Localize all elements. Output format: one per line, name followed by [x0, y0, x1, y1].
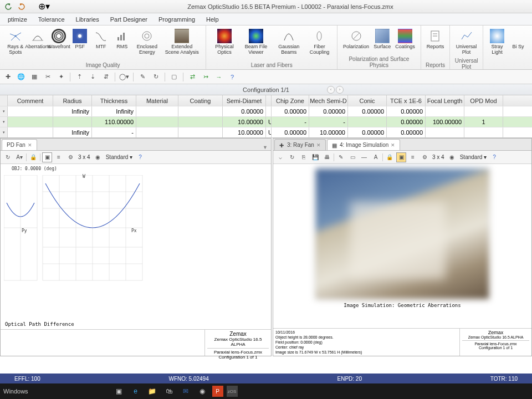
- settings-icon[interactable]: ⚙: [420, 152, 429, 162]
- close-icon[interactable]: ✕: [316, 142, 321, 148]
- os-label[interactable]: Windows: [3, 388, 28, 395]
- rays-spots-button[interactable]: Rays & Spots: [3, 28, 27, 61]
- panel-menu-icon[interactable]: ▼: [260, 145, 270, 150]
- enclosed-energy-button[interactable]: Enclosed Energy: [132, 28, 161, 61]
- table-row[interactable]: ▾110.0000010.00000U--0.00000100.000001: [0, 116, 532, 127]
- powerpoint-icon[interactable]: P: [212, 386, 223, 397]
- menu-tolerance[interactable]: Tolerance: [33, 16, 70, 23]
- col-comment[interactable]: Comment: [8, 95, 53, 106]
- config-next-button[interactable]: ›: [336, 86, 344, 94]
- universal-plot-button[interactable]: Universal Plot: [453, 28, 479, 57]
- table-row[interactable]: ▾Infinity-10.00000U0.0000010.000000.0000…: [0, 127, 532, 137]
- col-coating[interactable]: Coating: [178, 95, 223, 106]
- tool-brush-icon[interactable]: ✎: [137, 71, 148, 83]
- col-thickness[interactable]: Thickness: [92, 95, 136, 106]
- reports-button[interactable]: Reports: [424, 28, 447, 61]
- tool-box-icon[interactable]: ▢: [168, 71, 180, 83]
- settings-icon[interactable]: ⚙: [65, 152, 75, 162]
- outlook-icon[interactable]: ✉: [179, 385, 192, 398]
- col-mech-semi[interactable]: Mech Semi-D: [309, 95, 348, 106]
- bi-sy-button[interactable]: Bi Sy: [508, 28, 529, 67]
- text-icon[interactable]: A: [371, 152, 381, 162]
- beam-file-viewer-button[interactable]: Beam File Viewer: [239, 28, 273, 61]
- line-icon[interactable]: ―: [359, 152, 369, 162]
- tool-scissors-icon[interactable]: ✂: [42, 71, 53, 83]
- explorer-icon[interactable]: 📁: [146, 385, 159, 398]
- dropdown-icon[interactable]: ⌵: [275, 152, 285, 162]
- list-icon[interactable]: ≡: [408, 152, 418, 162]
- rms-button[interactable]: RMS: [111, 28, 132, 61]
- tool-updown-icon[interactable]: ⇵: [100, 71, 111, 83]
- tool-wand-icon[interactable]: ✦: [55, 71, 66, 83]
- tool-refresh-icon[interactable]: ↻: [150, 71, 161, 83]
- col-opd-mod[interactable]: OPD Mod: [464, 95, 503, 106]
- edge-icon[interactable]: e: [129, 385, 142, 398]
- col-focal-length[interactable]: Focal Length: [426, 95, 464, 106]
- mtf-button[interactable]: MTF: [90, 28, 111, 61]
- coatings-button[interactable]: Coatings: [393, 28, 417, 55]
- zemax-icon[interactable]: zOS: [227, 386, 238, 397]
- lock-icon[interactable]: 🔒: [28, 152, 38, 162]
- window-icon[interactable]: ▣: [396, 152, 406, 162]
- app-undo-icon[interactable]: [3, 2, 13, 12]
- tool-grid-icon[interactable]: ▦: [29, 71, 40, 83]
- target-icon[interactable]: ◉: [447, 152, 457, 162]
- col-conic[interactable]: Conic: [348, 95, 387, 106]
- tab-opd-fan[interactable]: PD Fan✕: [2, 139, 37, 150]
- help-icon[interactable]: ?: [135, 152, 145, 162]
- rect-icon[interactable]: ▭: [347, 152, 357, 162]
- col-material[interactable]: Material: [136, 95, 178, 106]
- tool-arrow-icon[interactable]: ↣: [200, 71, 211, 83]
- psf-button[interactable]: PSF: [69, 28, 90, 61]
- help-icon[interactable]: ?: [489, 152, 499, 162]
- config-prev-button[interactable]: ‹: [327, 86, 335, 94]
- menu-optimize[interactable]: ptimize: [2, 16, 33, 23]
- menu-help[interactable]: Help: [201, 16, 224, 23]
- save-icon[interactable]: 💾: [310, 152, 320, 162]
- refresh-icon[interactable]: ↻: [3, 152, 13, 162]
- tool-add-icon[interactable]: ✚: [2, 71, 13, 83]
- menu-part-designer[interactable]: Part Designer: [105, 16, 153, 23]
- chrome-icon[interactable]: ◉: [196, 385, 209, 398]
- refresh-icon[interactable]: ↻: [287, 152, 297, 162]
- text-a-icon[interactable]: A▾: [14, 152, 24, 162]
- print-icon[interactable]: 🖶: [322, 152, 332, 162]
- tool-swap-icon[interactable]: ⇄: [187, 71, 198, 83]
- col-tce[interactable]: TCE x 1E-6: [387, 95, 426, 106]
- tool-circle-icon[interactable]: ◯▾: [119, 71, 130, 83]
- menu-libraries[interactable]: Libraries: [70, 16, 105, 23]
- col-semi-diameter[interactable]: Semi-Diamet: [223, 95, 266, 106]
- app-redo-icon[interactable]: [17, 2, 27, 12]
- tool-down-icon[interactable]: ⇣: [87, 71, 98, 83]
- lock-icon[interactable]: 🔒: [385, 152, 395, 162]
- close-icon[interactable]: ✕: [391, 142, 395, 148]
- surface-button[interactable]: Surface: [371, 28, 393, 55]
- tool-globe-icon[interactable]: 🌐: [16, 71, 27, 83]
- extended-scene-button[interactable]: Extended Scene Analysis: [161, 28, 202, 61]
- list-icon[interactable]: ≡: [54, 152, 64, 162]
- pencil-icon[interactable]: ✎: [336, 152, 346, 162]
- gaussian-beams-button[interactable]: Gaussian Beams: [273, 28, 305, 61]
- aberrations-button[interactable]: Aberrations: [27, 28, 48, 61]
- tool-forward-icon[interactable]: →: [213, 71, 224, 83]
- table-row[interactable]: ▾InfinityInfinity0.000000.000000.000000.…: [0, 106, 532, 116]
- fiber-coupling-button[interactable]: Fiber Coupling: [305, 28, 334, 61]
- stray-light-button[interactable]: Stray Light: [487, 28, 508, 67]
- tab-ray-fan[interactable]: ✚3: Ray Fan✕: [274, 139, 326, 150]
- tool-up-icon[interactable]: ⇡: [74, 71, 85, 83]
- store-icon[interactable]: 🛍: [162, 385, 176, 398]
- dropdown-icon[interactable]: ⊕▾: [39, 2, 49, 12]
- target-icon[interactable]: ◉: [93, 152, 103, 162]
- menu-programming[interactable]: Programming: [153, 16, 201, 23]
- taskview-icon[interactable]: ▣: [112, 385, 126, 398]
- tab-image-simulation[interactable]: ▦4: Image Simulation✕: [327, 139, 400, 150]
- physical-optics-button[interactable]: Physical Optics: [209, 28, 239, 61]
- col-radius[interactable]: Radius: [53, 95, 92, 106]
- col-chip-zone[interactable]: Chip Zone: [272, 95, 309, 106]
- polarization-button[interactable]: Polarization: [341, 28, 371, 55]
- wavefront-button[interactable]: Wavefront: [48, 28, 69, 61]
- copy-icon[interactable]: ⎘: [299, 152, 309, 162]
- close-icon[interactable]: ✕: [28, 142, 32, 148]
- window-icon[interactable]: ▣: [42, 152, 52, 162]
- tool-help-icon[interactable]: ?: [227, 71, 238, 83]
